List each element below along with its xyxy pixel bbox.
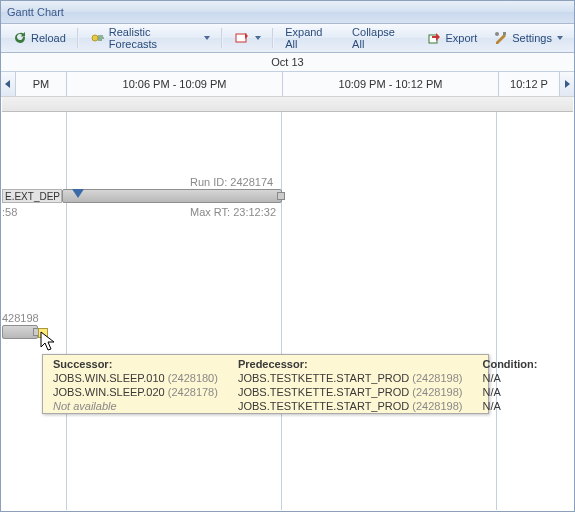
time-col-label: 10:12 P — [510, 78, 548, 90]
succ-id: (2428178) — [168, 386, 218, 398]
forecasts-icon — [90, 30, 106, 46]
time-col: 10:09 PM - 10:12 PM — [283, 72, 499, 96]
svg-point-0 — [92, 35, 98, 41]
toolbar-sep — [77, 28, 79, 48]
time-ruler: PM 10:06 PM - 10:09 PM 10:09 PM - 10:12 … — [1, 72, 574, 97]
tooltip-table: Successor: Predecessor: Condition: JOBS.… — [43, 355, 547, 413]
bar-handle[interactable] — [277, 192, 285, 200]
settings-button[interactable]: Settings — [486, 27, 570, 49]
scroll-left-button[interactable] — [1, 72, 16, 96]
pred-name: JOBS.TESTKETTE.START_PROD — [238, 386, 409, 398]
cond: N/A — [482, 400, 500, 412]
dependency-node[interactable] — [38, 328, 48, 338]
gantt-window: Gantt Chart Reload Realistic Forecasts E… — [0, 0, 575, 512]
sub-time-label: :58 — [2, 206, 17, 218]
time-col-label: 10:06 PM - 10:09 PM — [123, 78, 227, 90]
time-col: 10:12 P — [499, 72, 559, 96]
tooltip-row: JOBS.WIN.SLEEP.020 (2428178) JOBS.TESTKE… — [43, 385, 547, 399]
reload-label: Reload — [31, 32, 66, 44]
gridline — [66, 96, 67, 510]
pred-id: (2428198) — [412, 400, 462, 412]
toolbar: Reload Realistic Forecasts Expand All Co… — [1, 24, 574, 53]
forecasts-button[interactable]: Realistic Forecasts — [83, 23, 217, 53]
collapse-all-button[interactable]: Collapse All — [345, 23, 415, 53]
run-id-label: 428198 — [2, 312, 39, 324]
action-button[interactable] — [227, 27, 268, 49]
toolbar-sep — [221, 28, 223, 48]
tooltip-header-succ: Successor: — [43, 355, 228, 371]
pred-id: (2428198) — [412, 372, 462, 384]
chevron-down-icon — [557, 36, 563, 40]
pred-name: JOBS.TESTKETTE.START_PROD — [238, 372, 409, 384]
expand-label: Expand All — [285, 26, 336, 50]
reload-button[interactable]: Reload — [5, 27, 73, 49]
date-text: Oct 13 — [271, 56, 303, 68]
collapse-label: Collapse All — [352, 26, 408, 50]
export-label: Export — [445, 32, 477, 44]
time-col: PM — [16, 72, 67, 96]
run-id-label: Run ID: 2428174 — [190, 176, 273, 188]
settings-label: Settings — [512, 32, 552, 44]
toolbar-sep — [272, 28, 274, 48]
time-columns: PM 10:06 PM - 10:09 PM 10:09 PM - 10:12 … — [16, 72, 559, 96]
scroll-right-button[interactable] — [559, 72, 574, 96]
max-rt-label: Max RT: 23:12:32 — [190, 206, 276, 218]
title-text: Gantt Chart — [7, 6, 64, 18]
gantt-bar[interactable] — [62, 189, 282, 203]
settings-icon — [493, 30, 509, 46]
reload-icon — [12, 30, 28, 46]
chevron-down-icon — [204, 36, 210, 40]
svg-rect-3 — [503, 32, 506, 35]
tooltip-header-cond: Condition: — [472, 355, 547, 371]
chevron-down-icon — [255, 36, 261, 40]
export-icon — [426, 30, 442, 46]
time-col-label: PM — [33, 78, 50, 90]
time-col-label: 10:09 PM - 10:12 PM — [339, 78, 443, 90]
forecasts-label: Realistic Forecasts — [109, 26, 199, 50]
action-icon — [234, 30, 250, 46]
svg-point-4 — [495, 32, 499, 36]
gridline — [496, 96, 497, 510]
expand-all-button[interactable]: Expand All — [278, 23, 343, 53]
gantt-bar[interactable] — [2, 325, 38, 339]
dependency-tooltip: Successor: Predecessor: Condition: JOBS.… — [42, 354, 489, 414]
task-label: E.EXT_DEP — [2, 189, 62, 203]
svg-rect-1 — [236, 34, 246, 42]
milestone-icon — [72, 189, 84, 198]
tooltip-header-pred: Predecessor: — [228, 355, 473, 371]
chart-area[interactable]: Run ID: 2428174 E.EXT_DEP Max RT: 23:12:… — [2, 96, 573, 510]
gridline — [281, 96, 282, 510]
date-header: Oct 13 — [1, 53, 574, 72]
tooltip-row: Not available JOBS.TESTKETTE.START_PROD … — [43, 399, 547, 413]
cond: N/A — [482, 386, 500, 398]
succ-na: Not available — [53, 400, 117, 412]
pred-id: (2428198) — [412, 386, 462, 398]
succ-name: JOBS.WIN.SLEEP.010 — [53, 372, 165, 384]
row-divider — [2, 96, 573, 112]
time-col: 10:06 PM - 10:09 PM — [67, 72, 283, 96]
export-button[interactable]: Export — [419, 27, 484, 49]
window-title: Gantt Chart — [1, 1, 574, 24]
succ-id: (2428180) — [168, 372, 218, 384]
tooltip-row: JOBS.WIN.SLEEP.010 (2428180) JOBS.TESTKE… — [43, 371, 547, 385]
cond: N/A — [482, 372, 500, 384]
succ-name: JOBS.WIN.SLEEP.020 — [53, 386, 165, 398]
pred-name: JOBS.TESTKETTE.START_PROD — [238, 400, 409, 412]
